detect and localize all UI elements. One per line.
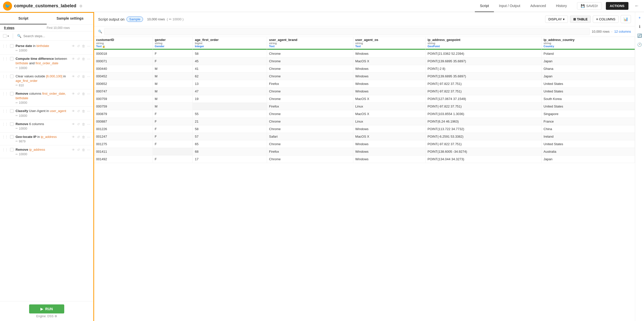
more-icon[interactable]: ⋯ xyxy=(87,148,90,152)
delete-icon[interactable]: 🗑 xyxy=(82,122,85,126)
table-button[interactable]: ⊞ TABLE xyxy=(570,16,591,23)
refresh-icon[interactable]: ↺ xyxy=(77,75,80,78)
sample-badge[interactable]: Sample xyxy=(126,17,143,22)
select-all-checkbox[interactable] xyxy=(3,34,7,38)
step-checkbox[interactable] xyxy=(10,44,14,48)
step-item[interactable]: ⋮⋮ Geo-locate IP in ip_address ✏ 9879 👁 xyxy=(0,133,93,145)
meaning-text3-label[interactable]: Text xyxy=(355,45,423,48)
delete-icon[interactable]: 🗑 xyxy=(82,75,85,78)
col-header-gender[interactable]: gender string Gender xyxy=(153,37,193,50)
filter-input[interactable] xyxy=(104,28,590,35)
search-input[interactable] xyxy=(23,34,90,38)
col-header-customerID[interactable]: customerID string Text 🔒 xyxy=(94,37,153,50)
more-icon[interactable]: ⋯ xyxy=(87,57,90,61)
info-icon[interactable]: ℹ xyxy=(636,23,643,30)
meaning-integer-label[interactable]: Integer xyxy=(195,45,265,48)
table-cell-ip_address_geopoint: POINT(139.6895 35.6897) xyxy=(425,58,541,65)
back-button[interactable]: ← xyxy=(632,3,641,9)
drag-handle-icon[interactable]: ⋮⋮ xyxy=(2,57,8,61)
refresh-icon[interactable]: ↺ xyxy=(77,135,80,139)
drag-handle-icon[interactable]: ⋮⋮ xyxy=(2,135,8,139)
step-checkbox[interactable] xyxy=(10,75,14,78)
eye-icon[interactable]: 👁 xyxy=(72,92,75,96)
step-checkbox[interactable] xyxy=(10,135,14,139)
step-checkbox[interactable] xyxy=(10,57,14,61)
step-checkbox[interactable] xyxy=(10,148,14,151)
col-header-user-agent-brand[interactable]: user_agent_brand string Text xyxy=(267,37,353,50)
meaning-text2-label[interactable]: Text xyxy=(269,45,351,48)
refresh-icon[interactable]: ↺ xyxy=(77,122,80,126)
pencil-icon: ✏ xyxy=(16,127,18,130)
step-item[interactable]: ⋮⋮ Clear values outside [6.000,100] in a… xyxy=(0,72,93,89)
more-icon[interactable]: ⋯ xyxy=(87,92,90,96)
col-header-age-first-order[interactable]: age_first_order bigint Integer xyxy=(193,37,267,50)
col-header-ip-geopoint[interactable]: ip_address_geopoint string GeoPoint xyxy=(425,37,541,50)
refresh-icon[interactable]: ↺ xyxy=(77,109,80,113)
eye-icon[interactable]: 👁 xyxy=(72,135,75,139)
step-checkbox[interactable] xyxy=(10,92,14,95)
step-checkbox[interactable] xyxy=(10,122,14,126)
tab-script-panel[interactable]: Script xyxy=(0,13,47,24)
delete-icon[interactable]: 🗑 xyxy=(82,92,85,96)
meaning-gender-label[interactable]: Gender xyxy=(155,45,191,48)
actions-button[interactable]: ACTIONS xyxy=(606,2,629,10)
eye-icon[interactable]: 👁 xyxy=(72,75,75,78)
step-checkbox[interactable] xyxy=(10,109,14,113)
col-header-ip-country[interactable]: ip_address_country string Country xyxy=(541,37,635,50)
refresh-icon[interactable]: ↺ xyxy=(77,57,80,61)
settings-icon[interactable]: ⚙ xyxy=(79,4,83,8)
tab-history[interactable]: History xyxy=(551,0,572,12)
more-icon[interactable]: ⋯ xyxy=(87,135,90,139)
eye-icon[interactable]: 👁 xyxy=(72,122,75,126)
drag-handle-icon[interactable]: ⋮⋮ xyxy=(2,74,8,78)
more-icon[interactable]: ⋯ xyxy=(87,109,90,113)
meaning-country-label[interactable]: Country xyxy=(544,45,633,48)
delete-icon[interactable]: 🗑 xyxy=(82,57,85,61)
columns-button[interactable]: ≡ COLUMNS xyxy=(593,16,619,23)
more-icon[interactable]: ⋯ xyxy=(87,44,90,48)
add-icon[interactable]: ＋ xyxy=(636,14,643,21)
drag-handle-icon[interactable]: ⋮⋮ xyxy=(2,91,8,95)
sync-icon[interactable]: 🔄 xyxy=(636,32,643,39)
step-item[interactable]: ⋮⋮ Remove ip_address ✏ 10000 👁 ↺ xyxy=(0,145,93,158)
delete-icon[interactable]: 🗑 xyxy=(82,135,85,139)
step-item[interactable]: ⋮⋮ Classify User-Agent in user_agent ✏ 1… xyxy=(0,107,93,120)
saved-button[interactable]: 💾 SAVED! xyxy=(577,2,602,10)
step-actions: 👁 ↺ 🗑 ⋯ xyxy=(72,135,90,139)
delete-icon[interactable]: 🗑 xyxy=(82,44,85,48)
tab-script[interactable]: Script xyxy=(475,0,494,12)
eye-icon[interactable]: 👁 xyxy=(72,44,75,48)
step-item[interactable]: ⋮⋮ Parse date in birthdate ✏ 10000 👁 xyxy=(0,42,93,55)
eye-icon[interactable]: 👁 xyxy=(72,109,75,113)
chart-button[interactable]: 📊 xyxy=(621,15,631,23)
run-button[interactable]: ▶ RUN xyxy=(29,304,64,313)
eye-icon[interactable]: 👁 xyxy=(72,148,75,152)
tab-input-output[interactable]: Input / Output xyxy=(494,0,525,12)
more-icon[interactable]: ⋯ xyxy=(87,122,90,126)
meaning-geopoint-label[interactable]: GeoPoint xyxy=(428,45,539,48)
drag-handle-icon[interactable]: ⋮⋮ xyxy=(2,44,8,48)
drag-handle-icon[interactable]: ⋮⋮ xyxy=(2,109,8,113)
rows-edit-icon[interactable]: ( ✏ 10000 ) xyxy=(167,17,184,21)
clock-icon[interactable]: 🕐 xyxy=(636,41,643,48)
eye-icon[interactable]: 👁 xyxy=(72,57,75,61)
table-cell-user_agent_os: Linux xyxy=(353,103,425,110)
delete-icon[interactable]: 🗑 xyxy=(82,148,85,152)
step-item[interactable]: ⋮⋮ Remove 6 columns ✏ 10000 👁 ↺ 🗑 xyxy=(0,120,93,133)
meaning-text-label[interactable]: Text xyxy=(96,45,102,48)
refresh-icon[interactable]: ↺ xyxy=(77,148,80,152)
step-item[interactable]: ⋮⋮ Remove columns first_order_date, birt… xyxy=(0,89,93,107)
drag-handle-icon[interactable]: ⋮⋮ xyxy=(2,147,8,151)
refresh-icon[interactable]: ↺ xyxy=(77,44,80,48)
step-item[interactable]: ⋮⋮ Compute time difference between birth… xyxy=(0,55,93,72)
drag-handle-icon[interactable]: ⋮⋮ xyxy=(2,122,8,126)
select-dropdown-arrow[interactable]: ▾ xyxy=(8,35,9,37)
refresh-icon[interactable]: ↺ xyxy=(77,92,80,96)
table-cell-ip_address_country: Japan xyxy=(541,155,635,163)
display-button[interactable]: DISPLAY ▾ xyxy=(545,16,568,23)
tab-advanced[interactable]: Advanced xyxy=(525,0,551,12)
col-header-user-agent-os[interactable]: user_agent_os string Text xyxy=(353,37,425,50)
more-icon[interactable]: ⋯ xyxy=(87,75,90,78)
tab-sample-settings[interactable]: Sample settings xyxy=(47,13,93,24)
delete-icon[interactable]: 🗑 xyxy=(82,109,85,113)
